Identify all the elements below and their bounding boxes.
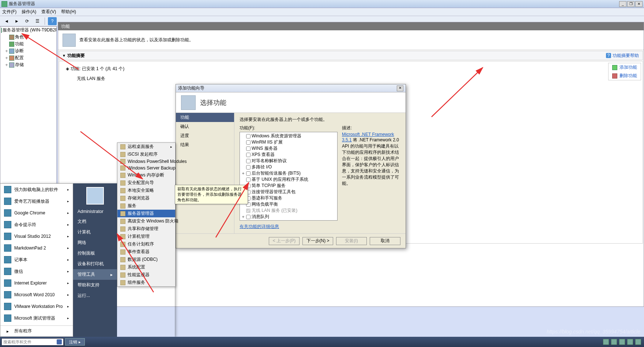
feature-checkbox[interactable] bbox=[246, 178, 251, 182]
start-pinned-item[interactable]: Visual Studio 2012▸ bbox=[0, 230, 73, 242]
start-help[interactable]: 帮助和支持 bbox=[73, 280, 117, 290]
menu-view[interactable]: 查看(V) bbox=[41, 9, 56, 15]
start-pinned-item[interactable]: 强力卸载电脑上的软件▸ bbox=[0, 184, 73, 195]
start-pinned-item[interactable]: Microsoft 测试管理器▸ bbox=[0, 312, 73, 324]
remove-feature-link[interactable]: 删除功能 bbox=[609, 72, 641, 80]
help-button[interactable]: ? bbox=[48, 17, 57, 25]
admin-tool-item[interactable]: Windows 内存诊断 bbox=[117, 171, 175, 179]
start-computer[interactable]: 计算机 bbox=[73, 227, 117, 237]
summary-help-link[interactable]: ? 功能摘要帮助 bbox=[606, 53, 639, 59]
feature-item[interactable]: 基于 UNIX 的应用程序子系统 bbox=[241, 176, 336, 183]
tree-root[interactable]: 服务器管理器 (WIN-T9DB2PIEEG bbox=[0, 27, 56, 34]
search-icon[interactable] bbox=[57, 339, 62, 344]
minimize-button[interactable]: _ bbox=[619, 1, 626, 7]
feature-checkbox[interactable] bbox=[246, 171, 251, 176]
admin-tool-item[interactable]: 数据源 (ODBC) bbox=[117, 256, 175, 263]
tray-icon[interactable] bbox=[603, 339, 609, 345]
step-results[interactable]: 结果 bbox=[176, 140, 234, 149]
feature-item[interactable]: WINS 服务器 bbox=[241, 145, 336, 152]
tray-icon[interactable] bbox=[611, 339, 617, 345]
start-controlpanel[interactable]: 控制面板 bbox=[73, 248, 117, 259]
nav-forward-button[interactable]: ► bbox=[12, 17, 21, 25]
tray-icon[interactable] bbox=[627, 339, 633, 345]
feature-checkbox[interactable] bbox=[246, 146, 251, 151]
summary-header[interactable]: ▾ 功能摘要 ? 功能摘要帮助 bbox=[59, 51, 643, 60]
step-confirm[interactable]: 确认 bbox=[176, 122, 234, 131]
tray-icon[interactable] bbox=[635, 339, 641, 345]
feature-item[interactable]: 网络负载平衡 bbox=[241, 201, 336, 207]
nav-back-button[interactable]: ◄ bbox=[2, 17, 11, 25]
admin-tool-item[interactable]: 存储浏览器 bbox=[117, 194, 175, 202]
admin-tool-item[interactable]: iSCSI 发起程序 bbox=[117, 150, 175, 158]
refresh-button[interactable]: ⟳ bbox=[23, 17, 31, 25]
tree-item-config[interactable]: +配置 bbox=[0, 54, 56, 61]
feature-checkbox[interactable] bbox=[246, 215, 251, 219]
cancel-button[interactable]: 取消 bbox=[370, 237, 400, 245]
start-pinned-item[interactable]: MarkdownPad 2▸ bbox=[0, 242, 73, 254]
start-run[interactable]: 运行... bbox=[73, 290, 117, 301]
admin-tool-item[interactable]: 共享和存储管理 bbox=[117, 225, 175, 233]
wizard-close-button[interactable]: ✕ bbox=[397, 85, 403, 91]
feature-checkbox[interactable] bbox=[246, 140, 251, 145]
menu-help[interactable]: 帮助(H) bbox=[61, 9, 76, 15]
feature-item[interactable]: 对等名称解析协议 bbox=[241, 158, 336, 164]
admin-tool-item[interactable]: 计算机管理 bbox=[117, 233, 175, 240]
logoff-button[interactable]: 注销▸ bbox=[65, 338, 85, 346]
feature-item[interactable]: 多路径 I/O bbox=[241, 164, 336, 170]
tree-item-storage[interactable]: +存储 bbox=[0, 61, 56, 68]
step-progress[interactable]: 进度 bbox=[176, 131, 234, 140]
start-pinned-item[interactable]: 记事本▸ bbox=[0, 254, 73, 266]
start-pinned-item[interactable]: Internet Explorer▸ bbox=[0, 277, 73, 289]
feature-checkbox[interactable] bbox=[246, 134, 251, 138]
close-button[interactable]: ✕ bbox=[635, 1, 643, 7]
more-info-link[interactable]: 有关功能的详细信息 bbox=[240, 224, 338, 230]
feature-item[interactable]: 优质 Windows 音频视频体验 bbox=[241, 220, 336, 221]
start-pinned-item[interactable]: 爱奇艺万能播放器▸ bbox=[0, 195, 73, 207]
admin-tool-item[interactable]: 组件服务 bbox=[117, 279, 175, 286]
admin-tool-item[interactable]: 远程桌面服务▸ bbox=[117, 143, 175, 150]
add-feature-link[interactable]: 添加功能 bbox=[609, 63, 641, 72]
start-documents[interactable]: 文档 bbox=[73, 216, 117, 227]
feature-checkbox[interactable] bbox=[246, 153, 251, 157]
admin-tool-item[interactable]: 事件查看器 bbox=[117, 248, 175, 256]
feature-item[interactable]: +后台智能传送服务 (BITS) bbox=[241, 170, 336, 176]
menu-file[interactable]: 文件(F) bbox=[2, 9, 16, 15]
admin-tool-item[interactable]: 任务计划程序 bbox=[117, 240, 175, 248]
admin-tool-item[interactable]: 性能监视器 bbox=[117, 271, 175, 279]
feature-item[interactable]: 连接管理器管理工具包 bbox=[241, 189, 336, 195]
start-pinned-item[interactable]: Microsoft Word 2010▸ bbox=[0, 289, 73, 301]
admin-tool-item[interactable]: 高级安全 Windows 防火墙 bbox=[117, 217, 175, 225]
start-admintools[interactable]: 管理工具▸ bbox=[73, 269, 117, 280]
feature-item[interactable]: +消息队列 bbox=[241, 214, 336, 220]
feature-item[interactable]: 无线 LAN 服务 (已安装) bbox=[241, 207, 336, 214]
step-features[interactable]: 功能 bbox=[176, 113, 234, 122]
start-pinned-item[interactable]: VMware Workstation Pro▸ bbox=[0, 301, 73, 312]
all-programs[interactable]: ▸所有程序 bbox=[0, 325, 73, 336]
admin-tool-item[interactable]: 系统配置 bbox=[117, 263, 175, 271]
start-search[interactable] bbox=[1, 338, 64, 346]
feature-checkbox[interactable] bbox=[246, 159, 251, 163]
feature-item[interactable]: WinRM IIS 扩展 bbox=[241, 139, 336, 145]
feature-item[interactable]: Windows 系统资源管理器 bbox=[241, 133, 336, 139]
tree-item-diagnostics[interactable]: +诊断 bbox=[0, 47, 56, 54]
start-pinned-item[interactable]: Google Chrome▸ bbox=[0, 207, 73, 219]
admin-tool-item[interactable]: 服务器管理器 bbox=[117, 210, 175, 217]
next-button[interactable]: 下一步(N) > bbox=[302, 237, 333, 245]
admin-tool-item[interactable]: Windows Server Backup bbox=[117, 165, 175, 171]
tree-item-roles[interactable]: 角色 bbox=[0, 34, 56, 41]
menu-action[interactable]: 操作(A) bbox=[22, 9, 36, 15]
feature-checkbox[interactable] bbox=[246, 209, 251, 213]
prev-button[interactable]: < 上一步(P) bbox=[269, 237, 300, 245]
tray-icon[interactable] bbox=[619, 339, 625, 345]
feature-checkbox[interactable] bbox=[246, 165, 251, 169]
admin-tool-item[interactable]: 安全配置向导 bbox=[117, 179, 175, 187]
search-input[interactable] bbox=[3, 340, 57, 344]
maximize-button[interactable]: ❐ bbox=[627, 1, 634, 7]
admin-tool-item[interactable]: 本地安全策略 bbox=[117, 187, 175, 194]
feature-item[interactable]: 简单 TCP/IP 服务 bbox=[241, 183, 336, 189]
start-pinned-item[interactable]: 命令提示符▸ bbox=[0, 219, 73, 230]
feature-item[interactable]: +墨迹和手写服务 bbox=[241, 195, 336, 201]
tree-item-features[interactable]: 功能 bbox=[0, 41, 56, 47]
start-pinned-item[interactable]: 微信▸ bbox=[0, 266, 73, 277]
properties-button[interactable]: ☰ bbox=[33, 17, 42, 25]
